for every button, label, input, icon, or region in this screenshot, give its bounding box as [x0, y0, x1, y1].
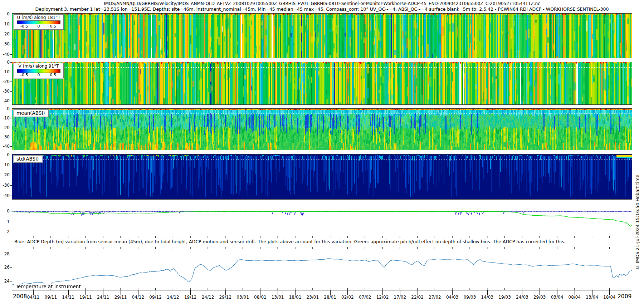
x-axis-tick-mark [452, 290, 453, 295]
mean-absi-heatmap-canvas [12, 109, 632, 150]
x-axis-tick-mark [592, 290, 592, 295]
x-axis-tick-label: 03/01 [234, 295, 252, 300]
std-absi-heatmap-canvas [12, 155, 632, 199]
colorbar-tick-label: 0 [38, 73, 40, 77]
y-axis-tick-mark [10, 196, 12, 196]
x-axis-tick-mark [313, 290, 313, 295]
x-axis-tick-mark [33, 290, 34, 295]
x-axis-tick-label: 09/03 [461, 295, 478, 300]
x-axis-tick-mark [225, 290, 226, 295]
x-axis-tick-label: 14/03 [479, 295, 496, 300]
x-axis-tick-mark [190, 290, 191, 295]
x-axis-tick-label: 19/11 [77, 295, 94, 300]
x-axis-tick-label: 24/12 [199, 295, 216, 300]
panel-temperature: Temperature at instrument [12, 247, 632, 290]
y-axis-tick-label: 26 [0, 265, 10, 270]
colorbar-tick-labels-u: -0.500.5 [17, 24, 60, 29]
x-axis-tick-label: 29/12 [217, 295, 234, 300]
y-axis-tick-label: -10 [0, 116, 10, 121]
y-axis-tick-mark [10, 165, 12, 165]
y-axis-tick-mark [10, 82, 12, 82]
colorbar-tick-label: -0.5 [20, 73, 28, 77]
x-axis-tick-label: 02/02 [339, 295, 356, 300]
x-axis-tick-mark [505, 290, 505, 295]
x-axis-tick-label: 23/01 [304, 295, 321, 300]
panel-v-velocity: V (m/s) along 91°T -0.500.5 [12, 62, 632, 105]
x-axis-tick-label: 19/12 [182, 295, 199, 300]
x-axis-tick-mark [156, 290, 156, 295]
y-axis-tick-mark [10, 267, 12, 268]
y-axis-tick-mark [10, 72, 12, 72]
y-axis-tick-label: -30 [0, 183, 10, 188]
x-axis-tick-label: 03/04 [548, 295, 566, 300]
y-axis-tick-label: -40 [0, 98, 10, 103]
x-axis-tick-mark [86, 290, 86, 295]
panel-label-mean-absi: mean(ABSI) [14, 109, 49, 117]
colorbar-legend-v: V (m/s) along 91°T -0.500.5 [14, 63, 64, 78]
y-axis-tick-label: -40 [0, 193, 10, 198]
x-axis-tick-mark [243, 290, 243, 295]
x-axis-tick-mark [435, 290, 435, 295]
x-axis-tick-label: 04/11 [25, 295, 42, 300]
colorbar-tick-labels-v: -0.500.5 [17, 73, 60, 78]
x-axis-tick-mark [347, 290, 348, 295]
y-axis-tick-label: 24 [0, 279, 10, 284]
x-axis-tick-label: 17/02 [391, 295, 409, 300]
y-axis-tick-label: 0 [0, 60, 10, 65]
x-axis-tick-label: 19/03 [496, 295, 513, 300]
y-axis-tick-mark [10, 91, 12, 92]
y-axis-tick-label: -10 [0, 21, 10, 26]
y-axis-tick-mark [10, 24, 12, 24]
year-label-2009: 2009 [618, 293, 631, 300]
y-axis-tick-label: -40 [0, 144, 10, 149]
x-axis-tick-mark [365, 290, 365, 295]
y-axis-tick-mark [10, 232, 12, 232]
y-axis-tick-mark [10, 146, 12, 147]
y-axis-tick-mark [10, 34, 12, 34]
y-axis-tick-mark [10, 44, 12, 44]
y-axis-tick-label: 0 [0, 209, 10, 214]
y-axis-tick-mark [10, 185, 12, 186]
x-axis-tick-label: 08/04 [566, 295, 583, 300]
colorbar-tick-label: 0.5 [50, 73, 57, 77]
colorbar-title-u: U (m/s) along 181°T [14, 15, 63, 20]
y-axis-tick-mark [10, 222, 12, 222]
y-axis-tick-mark [10, 62, 12, 63]
x-axis-tick-mark [121, 290, 121, 295]
colorbar-title-v: V (m/s) along 91°T [14, 63, 63, 69]
x-axis-tick-mark [557, 290, 557, 295]
panel-u-velocity: U (m/s) along 181°T -0.500.5 [12, 13, 632, 58]
y-axis-tick-label: -1 [0, 219, 10, 224]
y-axis-tick-label: -10 [0, 162, 10, 167]
x-axis-tick-mark [609, 290, 610, 295]
y-axis-tick-mark [10, 101, 12, 101]
x-axis-tick-mark [400, 290, 400, 295]
x-axis-tick-mark [103, 290, 103, 295]
y-axis-tick-label: -10 [0, 69, 10, 74]
y-axis-tick-label: -30 [0, 89, 10, 94]
panel-std-absi: std(ABSI) [12, 154, 632, 200]
panel-mean-absi: mean(ABSI) [12, 108, 632, 150]
x-axis-tick-label: 14/12 [164, 295, 181, 300]
imos-watermark: © IMOS 21-Jul-2024 15:16:54 Hobart time [635, 141, 643, 304]
x-axis-tick-mark [68, 290, 69, 295]
depth-variation-line-canvas [12, 205, 632, 238]
y-axis-tick-label: -30 [0, 41, 10, 46]
y-axis-tick-label: 0 [0, 11, 10, 16]
y-axis-tick-label: 28 [0, 251, 10, 256]
x-axis-tick-mark [278, 290, 278, 295]
y-axis-tick-label: -20 [0, 31, 10, 36]
x-axis-tick-mark [382, 290, 383, 295]
y-axis-tick-mark [10, 175, 12, 175]
y-axis-tick-mark [10, 254, 12, 254]
x-axis-tick-mark [540, 290, 540, 295]
x-axis-tick-mark [51, 290, 51, 295]
y-axis-tick-mark [10, 281, 12, 281]
colorbar-legend-u: U (m/s) along 181°T -0.500.5 [14, 14, 64, 30]
x-axis-tick-mark [295, 290, 296, 295]
y-axis-tick-mark [10, 118, 12, 118]
y-axis-tick-mark [10, 14, 12, 14]
x-axis-tick-mark [418, 290, 418, 295]
y-axis-tick-label: -40 [0, 52, 10, 57]
figure-title-filename: IMOS/ANMN/QLD/GBRHIS/Velocity/IMOS_ANMN-… [0, 1, 644, 6]
